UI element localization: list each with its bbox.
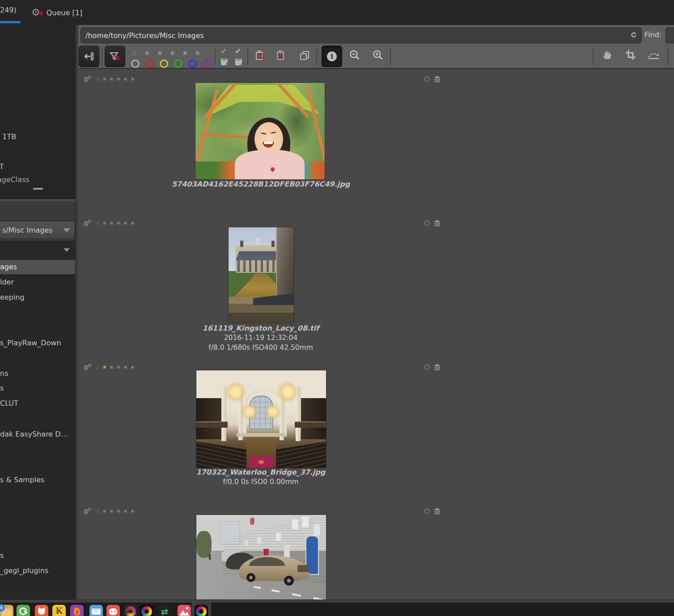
star-icon[interactable]: ★ — [130, 364, 135, 370]
key-app-icon[interactable] — [17, 605, 30, 616]
star-icon[interactable]: ★ — [123, 76, 128, 82]
collapse-panel-button[interactable] — [79, 46, 99, 67]
star-4-filter-icon[interactable]: ★ — [182, 48, 188, 57]
thumb-rating[interactable]: ☆★★★★★ — [95, 508, 135, 514]
star-icon[interactable]: ★ — [123, 220, 128, 226]
panel-collapse-handle[interactable] — [33, 188, 43, 190]
color-label-icon[interactable]: ○ — [424, 219, 430, 226]
sync-arrows-app-icon[interactable]: ⇄ — [158, 605, 171, 616]
apply-profile-gears-icon[interactable]: ⚙⚙ — [83, 220, 89, 228]
star-icon[interactable]: ★ — [116, 220, 121, 226]
thumb-rating[interactable]: ☆★★★★★ — [95, 76, 135, 82]
tab-queue[interactable]: ⚙▮▮ Queue [1] — [31, 4, 82, 21]
dir-item[interactable]: _gegl_plugins — [0, 564, 75, 578]
apply-profile-gears-icon[interactable]: ⚙⚙ — [83, 508, 89, 516]
thumbnail-image-tent-girl[interactable] — [195, 82, 325, 180]
hand-tool-icon[interactable] — [602, 49, 613, 61]
apply-profile-gears-icon[interactable]: ⚙⚙ — [83, 364, 89, 372]
dir-item[interactable]: s & Samples — [0, 473, 75, 487]
thumbnail-cell[interactable]: ⚙⚙ ☆★★★★★ ○ — [80, 216, 442, 360]
empty-trash-icon[interactable] — [276, 49, 286, 62]
trash-icon[interactable] — [434, 364, 440, 370]
k-letter-app-icon[interactable]: K — [52, 605, 66, 616]
flame-app-icon[interactable] — [70, 605, 84, 616]
rawtherapee-active-app-icon[interactable] — [195, 605, 208, 616]
dir-item[interactable]: ns — [0, 366, 75, 381]
thumb-rating[interactable]: ☆★★★★★ — [95, 220, 135, 226]
mail-app-icon[interactable] — [89, 605, 103, 616]
star-icon[interactable]: ★ — [123, 508, 128, 514]
color-wheel-app-icon[interactable] — [124, 605, 137, 616]
apply-profile-gears-icon[interactable]: ⚙⚙ — [83, 76, 89, 84]
star-icon-filled[interactable]: ★ — [102, 364, 107, 370]
trash-icon[interactable] — [434, 508, 440, 514]
folder-app-icon[interactable]: 4 — [0, 605, 13, 616]
dir-item[interactable]: s — [0, 381, 75, 395]
trash-icon[interactable] — [434, 76, 440, 82]
dir-item[interactable]: lder — [0, 275, 75, 289]
thumbnail-cell[interactable]: ⚙⚙ ☆★★★★★ ○ — [80, 504, 442, 600]
star-icon[interactable]: ★ — [102, 76, 107, 82]
fox-app-icon[interactable] — [35, 605, 48, 616]
edited-filter-icon[interactable]: ✓ — [220, 47, 227, 55]
color-ring-app-icon[interactable] — [140, 605, 153, 616]
label-green-icon[interactable] — [174, 59, 182, 68]
saved-no-icon[interactable]: ✗ — [221, 59, 228, 65]
dir-item-selected[interactable]: ages — [0, 260, 75, 274]
folder-combo[interactable] — [0, 241, 75, 259]
tree-item-3[interactable]: ageClass — [0, 175, 30, 184]
tree-item-drive[interactable]: ) 1TB — [0, 132, 16, 141]
star-icon[interactable]: ★ — [116, 508, 121, 514]
star-icon[interactable]: ★ — [102, 220, 107, 226]
thumbnail-image-church-interior[interactable] — [196, 370, 326, 468]
thumb-rating[interactable]: ☆★★★★★ — [95, 364, 135, 370]
label-purple-icon[interactable] — [203, 59, 211, 68]
unedited-filter-icon[interactable]: ✓ — [235, 47, 241, 55]
star-2-filter-icon[interactable]: ★ — [157, 48, 163, 57]
show-trash-icon[interactable] — [254, 49, 266, 62]
color-label-icon[interactable]: ○ — [424, 507, 430, 514]
thumbnail-image-street-citroen[interactable] — [196, 514, 326, 601]
unrank-star-icon[interactable]: ☆ — [95, 508, 100, 514]
dir-item[interactable]: eeping — [0, 290, 75, 305]
star-filter[interactable]: ☆ ★ ★ ★ ★ ★ — [131, 48, 201, 57]
crop-icon[interactable] — [625, 49, 636, 61]
clear-filters-button[interactable] — [105, 46, 125, 67]
label-yellow-icon[interactable] — [160, 59, 168, 68]
star-icon[interactable]: ★ — [130, 76, 135, 82]
star-icon[interactable]: ★ — [116, 364, 121, 370]
photo-app-icon[interactable] — [178, 605, 191, 616]
star-icon[interactable]: ★ — [130, 220, 135, 226]
label-blue-icon[interactable] — [188, 59, 197, 68]
unrank-star-icon[interactable]: ☆ — [95, 76, 100, 82]
unrank-filter-icon[interactable]: ☆ — [131, 48, 138, 57]
recent-folders-dropdown[interactable]: s/Misc Images — [0, 221, 75, 239]
dir-item[interactable]: dak EasyShare D… — [0, 427, 75, 442]
star-icon[interactable]: ★ — [116, 76, 121, 82]
cat-app-icon[interactable] — [106, 605, 120, 616]
thumbnail-cell[interactable]: ⚙⚙ ☆★★★★★ ○ — [80, 360, 442, 504]
label-none-icon[interactable] — [131, 59, 140, 68]
rotate-icon[interactable] — [647, 49, 661, 61]
star-1-filter-icon[interactable]: ★ — [144, 48, 150, 57]
star-icon[interactable]: ★ — [123, 364, 128, 370]
saved-yes-icon[interactable]: ✓ — [235, 59, 242, 65]
star-icon[interactable]: ★ — [102, 508, 107, 514]
color-label-icon[interactable]: ○ — [424, 363, 430, 370]
path-input[interactable]: /home/tony/Pictures/Misc Images — [81, 27, 642, 43]
trash-icon[interactable] — [434, 220, 440, 226]
star-icon[interactable]: ★ — [109, 508, 114, 514]
star-icon[interactable]: ★ — [109, 76, 114, 82]
thumbnail-image-kingston-lacy[interactable] — [228, 227, 294, 323]
dir-item[interactable]: CLUT — [0, 396, 75, 411]
tree-item-2[interactable]: IT — [0, 162, 4, 171]
zoom-in-icon[interactable] — [372, 49, 384, 62]
unrank-star-icon[interactable]: ☆ — [95, 220, 100, 226]
dir-item[interactable]: s — [0, 548, 75, 563]
refresh-icon[interactable] — [630, 31, 638, 39]
star-icon[interactable]: ★ — [130, 508, 135, 514]
find-input[interactable] — [666, 27, 674, 43]
dir-item[interactable]: s_PlayRaw_Down — [0, 336, 75, 350]
copy-icon[interactable] — [299, 50, 310, 61]
info-button[interactable]: i — [322, 46, 342, 67]
